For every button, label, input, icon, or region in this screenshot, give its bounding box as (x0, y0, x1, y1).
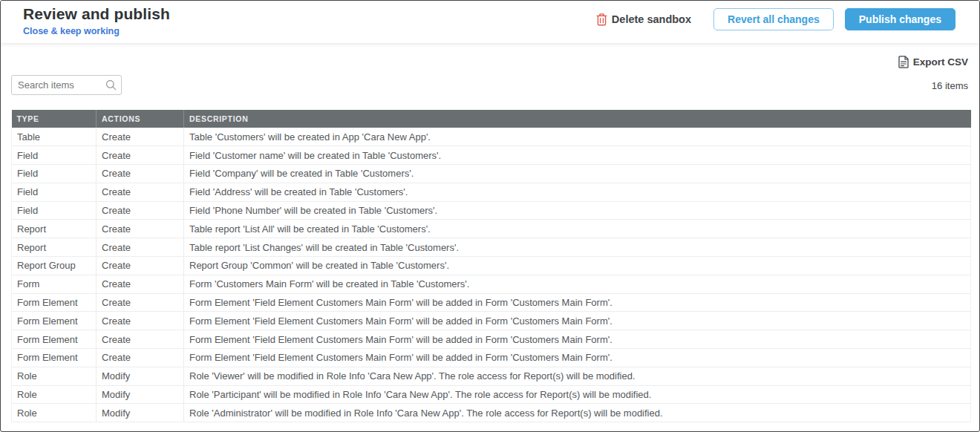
cell-description: Table 'Customers' will be created in App… (184, 128, 971, 146)
cell-action: Create (97, 183, 184, 201)
cell-type: Field (12, 165, 97, 183)
column-header-type: TYPE (12, 110, 97, 128)
header-actions: Delete sandbox Revert all changes Publis… (596, 8, 956, 30)
cell-type: Form Element (12, 312, 97, 330)
cell-type: Form (12, 275, 97, 293)
cell-action: Modify (97, 404, 184, 422)
changes-table-body: Table Create Table 'Customers' will be c… (12, 128, 971, 422)
cell-type: Field (12, 183, 97, 201)
cell-type: Role (12, 367, 97, 385)
table-row[interactable]: Form Create Form 'Customers Main Form' w… (12, 275, 971, 293)
table-row[interactable]: Report Create Table report 'List All' wi… (12, 220, 971, 238)
table-row[interactable]: Role Modify Role 'Viewer' will be modifi… (12, 367, 971, 385)
cell-description: Field 'Address' will be created in Table… (184, 183, 971, 201)
table-row[interactable]: Form Element Create Form Element 'Field … (12, 293, 971, 312)
cell-action: Modify (97, 367, 184, 385)
cell-description: Form 'Customers Main Form' will be creat… (184, 275, 971, 293)
search-box (11, 75, 122, 95)
close-keep-working-link[interactable]: Close & keep working (23, 26, 120, 36)
export-csv-button[interactable]: Export CSV (898, 56, 968, 68)
changes-table-header: TYPE ACTIONS DESCRIPTION (12, 110, 971, 128)
cell-description: Form Element 'Field Element Customers Ma… (184, 293, 971, 312)
items-count: 16 items (932, 80, 968, 91)
cell-action: Create (97, 257, 184, 275)
cell-description: Role 'Administrator' will be modified in… (184, 404, 971, 422)
table-row[interactable]: Form Element Create Form Element 'Field … (12, 312, 971, 330)
cell-type: Form Element (12, 293, 97, 312)
cell-action: Create (97, 165, 184, 183)
delete-sandbox-button[interactable]: Delete sandbox (596, 13, 691, 26)
changes-table: TYPE ACTIONS DESCRIPTION Table Create Ta… (11, 110, 971, 422)
table-row[interactable]: Form Element Create Form Element 'Field … (12, 349, 971, 367)
search-input[interactable] (11, 75, 122, 95)
cell-type: Table (12, 128, 97, 146)
table-row[interactable]: Table Create Table 'Customers' will be c… (12, 128, 971, 146)
page-header: Review and publish Close & keep working … (1, 1, 979, 43)
cell-action: Create (97, 349, 184, 367)
cell-type: Report (12, 220, 97, 238)
cell-description: Role 'Participant' will be modified in R… (184, 385, 971, 404)
table-row[interactable]: Field Create Field 'Customer name' will … (12, 146, 971, 165)
cell-type: Field (12, 146, 97, 165)
cell-type: Role (12, 385, 97, 404)
cell-description: Table report 'List All' will be created … (184, 220, 971, 238)
export-csv-label: Export CSV (913, 56, 968, 68)
revert-all-changes-button[interactable]: Revert all changes (713, 8, 834, 30)
cell-type: Report Group (12, 257, 97, 275)
cell-description: Form Element 'Field Element Customers Ma… (184, 330, 971, 349)
column-header-description: DESCRIPTION (184, 110, 971, 128)
cell-action: Create (97, 128, 184, 146)
cell-description: Table report 'List Changes' will be crea… (184, 238, 971, 257)
publish-changes-button[interactable]: Publish changes (845, 8, 956, 30)
cell-type: Field (12, 201, 97, 220)
cell-action: Create (97, 275, 184, 293)
cell-type: Form Element (12, 330, 97, 349)
cell-type: Report (12, 238, 97, 257)
table-row[interactable]: Role Modify Role 'Participant' will be m… (12, 385, 971, 404)
cell-description: Form Element 'Field Element Customers Ma… (184, 349, 971, 367)
table-row[interactable]: Role Modify Role 'Administrator' will be… (12, 404, 971, 422)
cell-action: Create (97, 238, 184, 257)
cell-type: Role (12, 404, 97, 422)
cell-type: Form Element (12, 349, 97, 367)
page-title: Review and publish (23, 5, 170, 23)
cell-description: Field 'Customer name' will be created in… (184, 146, 971, 165)
cell-description: Field 'Company' will be created in Table… (184, 165, 971, 183)
export-csv-document-icon (898, 56, 909, 68)
table-row[interactable]: Report Group Create Report Group 'Common… (12, 257, 971, 275)
table-row[interactable]: Form Element Create Form Element 'Field … (12, 330, 971, 349)
review-and-publish-page: Review and publish Close & keep working … (0, 0, 980, 432)
table-row[interactable]: Report Create Table report 'List Changes… (12, 238, 971, 257)
table-row[interactable]: Field Create Field 'Address' will be cre… (12, 183, 971, 201)
trash-icon (596, 13, 607, 26)
table-row[interactable]: Field Create Field 'Phone Number' will b… (12, 201, 971, 220)
column-header-actions: ACTIONS (97, 110, 184, 128)
cell-action: Create (97, 312, 184, 330)
table-row[interactable]: Field Create Field 'Company' will be cre… (12, 165, 971, 183)
cell-action: Create (97, 201, 184, 220)
cell-action: Modify (97, 385, 184, 404)
cell-description: Report Group 'Common' will be created in… (184, 257, 971, 275)
cell-action: Create (97, 220, 184, 238)
cell-description: Form Element 'Field Element Customers Ma… (184, 312, 971, 330)
cell-description: Field 'Phone Number' will be created in … (184, 201, 971, 220)
cell-action: Create (97, 293, 184, 312)
cell-action: Create (97, 330, 184, 349)
cell-description: Role 'Viewer' will be modified in Role I… (184, 367, 971, 385)
delete-sandbox-label: Delete sandbox (612, 13, 691, 25)
cell-action: Create (97, 146, 184, 165)
